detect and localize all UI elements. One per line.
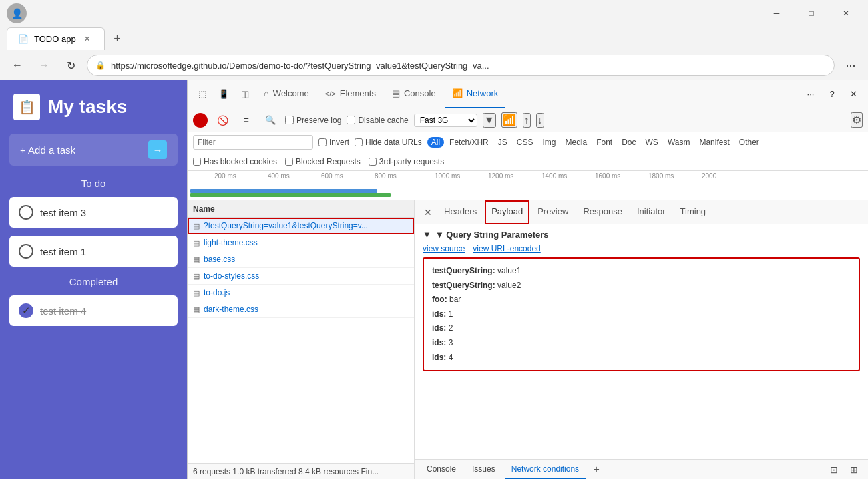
ftype-css[interactable]: CSS <box>513 137 537 148</box>
details-tab-response[interactable]: Response <box>576 200 629 224</box>
new-tab-button[interactable]: + <box>107 29 128 49</box>
filter-input[interactable] <box>193 135 313 150</box>
throttle-dropdown-button[interactable]: ▼ <box>483 113 496 128</box>
devtools-more-button[interactable]: ··· <box>801 85 820 104</box>
hide-data-urls-checkbox-label[interactable]: Hide data URLs <box>355 138 422 147</box>
timeline-tick-400: 400 ms <box>268 172 290 180</box>
record-button[interactable] <box>193 113 208 128</box>
ftype-wasm[interactable]: Wasm <box>664 137 694 148</box>
blocked-requests-checkbox[interactable] <box>285 158 293 166</box>
devtools-device-button[interactable]: 📱 <box>214 85 233 104</box>
close-button[interactable]: ✕ <box>831 3 861 24</box>
timeline-bar-green <box>190 193 391 197</box>
devtools-tab-network[interactable]: 📶 Network <box>445 80 505 108</box>
filter-stream-button[interactable]: ≡ <box>237 111 256 130</box>
status-text: 6 requests 1.0 kB transferred 8.4 kB res… <box>193 467 379 476</box>
ftype-fetch-xhr[interactable]: Fetch/XHR <box>445 137 493 148</box>
third-party-label[interactable]: 3rd-party requests <box>369 157 444 166</box>
timeline-tick-1000: 1000 ms <box>435 172 460 180</box>
minimize-button[interactable]: ─ <box>761 3 792 24</box>
ftype-font[interactable]: Font <box>592 137 616 148</box>
details-tab-payload[interactable]: Payload <box>485 200 529 224</box>
devtools-sidebar-button[interactable]: ◫ <box>236 85 254 104</box>
network-online-icon[interactable]: 📶 <box>501 112 517 128</box>
status-bar: 6 requests 1.0 kB transferred 8.4 kB res… <box>188 463 414 479</box>
task-item-test1[interactable]: test item 1 <box>9 236 178 267</box>
task-checkbox-test3[interactable] <box>19 205 33 220</box>
details-tab-preview[interactable]: Preview <box>531 200 575 224</box>
ftype-media[interactable]: Media <box>561 137 591 148</box>
details-close-button[interactable]: ✕ <box>420 204 436 220</box>
bottom-tab-console[interactable]: Console <box>420 460 463 479</box>
preserve-log-checkbox[interactable] <box>285 116 294 124</box>
details-content: ▼ ▼ Query String Parameters view source … <box>415 224 868 459</box>
details-tab-timing[interactable]: Timing <box>674 200 713 224</box>
devtools-close-button[interactable]: ✕ <box>844 85 863 104</box>
throttle-select[interactable]: Fast 3G No throttling Slow 3G Offline <box>414 114 477 127</box>
blocked-requests-label[interactable]: Blocked Requests <box>285 157 361 166</box>
undock-button[interactable]: ⊡ <box>825 461 843 478</box>
devtools-tab-console[interactable]: ▤ Console <box>385 80 443 108</box>
invert-label: Invert <box>329 138 349 147</box>
request-row-1[interactable]: ▤ light-theme.css <box>188 234 414 251</box>
maximize-button[interactable]: □ <box>796 3 827 24</box>
back-button[interactable]: ← <box>7 55 28 76</box>
task-item-test3[interactable]: test item 3 <box>9 197 178 228</box>
invert-checkbox-label[interactable]: Invert <box>318 138 349 147</box>
devtools-help-button[interactable]: ? <box>823 85 841 104</box>
browser-chrome: 👤 ─ □ ✕ 📄 TODO app ✕ + ← → ↻ 🔒 https://m… <box>0 0 868 80</box>
ftype-img[interactable]: Img <box>538 137 560 148</box>
ftype-manifest[interactable]: Manifest <box>695 137 733 148</box>
dock-button[interactable]: ⊞ <box>845 461 863 478</box>
param-key-3: ids: <box>432 309 446 319</box>
invert-checkbox[interactable] <box>318 138 327 146</box>
add-task-button[interactable]: + Add a task → <box>9 134 178 166</box>
tab-close-button[interactable]: ✕ <box>81 33 93 45</box>
bottom-tab-add-button[interactable]: + <box>588 462 604 478</box>
view-url-encoded-link[interactable]: view URL-encoded <box>473 244 540 253</box>
hide-data-urls-checkbox[interactable] <box>355 138 363 146</box>
profile-avatar[interactable]: 👤 <box>7 3 27 23</box>
upload-icon[interactable]: ↑ <box>523 113 531 128</box>
timeline-tick-200: 200 ms <box>214 172 236 180</box>
task-item-test4[interactable]: ✓ test item 4 <box>9 295 178 326</box>
network-settings-button[interactable]: ⚙ <box>851 112 863 128</box>
ftype-doc[interactable]: Doc <box>618 137 640 148</box>
request-row-2[interactable]: ▤ base.css <box>188 251 414 268</box>
ftype-ws[interactable]: WS <box>642 137 662 148</box>
details-tab-headers[interactable]: Headers <box>437 200 483 224</box>
refresh-button[interactable]: ↻ <box>60 55 81 76</box>
query-string-section-header[interactable]: ▼ ▼ Query String Parameters <box>423 230 860 240</box>
devtools-tab-elements[interactable]: </> Elements <box>318 80 383 108</box>
blocked-cookies-checkbox[interactable] <box>193 158 201 166</box>
third-party-checkbox[interactable] <box>369 158 377 166</box>
search-button[interactable]: 🔍 <box>261 111 280 130</box>
bottom-tab-issues[interactable]: Issues <box>465 460 502 479</box>
ftype-other[interactable]: Other <box>735 137 763 148</box>
preserve-log-label[interactable]: Preserve log <box>285 116 341 125</box>
browser-more-button[interactable]: ··· <box>840 55 861 76</box>
request-row-0[interactable]: ▤ ?testQueryString=value1&testQueryStrin… <box>188 218 414 234</box>
clear-button[interactable]: 🚫 <box>213 111 232 130</box>
url-bar[interactable]: 🔒 https://microsoftedge.github.io/Demos/… <box>87 55 835 76</box>
disable-cache-checkbox[interactable] <box>347 116 355 124</box>
timeline-tick-2000: 2000 <box>702 172 716 180</box>
task-checkbox-test4[interactable]: ✓ <box>19 303 33 318</box>
ftype-all[interactable]: All <box>427 137 444 148</box>
devtools-tab-welcome[interactable]: ⌂ Welcome <box>257 80 316 108</box>
ftype-js[interactable]: JS <box>494 137 511 148</box>
devtools-inspect-button[interactable]: ⬚ <box>193 85 212 104</box>
browser-tab-todo[interactable]: 📄 TODO app ✕ <box>7 27 105 50</box>
forward-button[interactable]: → <box>33 55 55 76</box>
download-icon[interactable]: ↓ <box>536 113 544 128</box>
request-row-5[interactable]: ▤ dark-theme.css <box>188 301 414 318</box>
bottom-tab-network-conditions[interactable]: Network conditions <box>505 460 586 479</box>
details-tab-initiator[interactable]: Initiator <box>630 200 672 224</box>
disable-cache-label[interactable]: Disable cache <box>347 116 408 125</box>
request-row-3[interactable]: ▤ to-do-styles.css <box>188 268 414 285</box>
request-icon-3: ▤ <box>193 272 200 281</box>
request-row-4[interactable]: ▤ to-do.js <box>188 285 414 301</box>
task-checkbox-test1[interactable] <box>19 244 33 259</box>
view-source-link[interactable]: view source <box>423 244 465 253</box>
blocked-cookies-label[interactable]: Has blocked cookies <box>193 157 277 166</box>
